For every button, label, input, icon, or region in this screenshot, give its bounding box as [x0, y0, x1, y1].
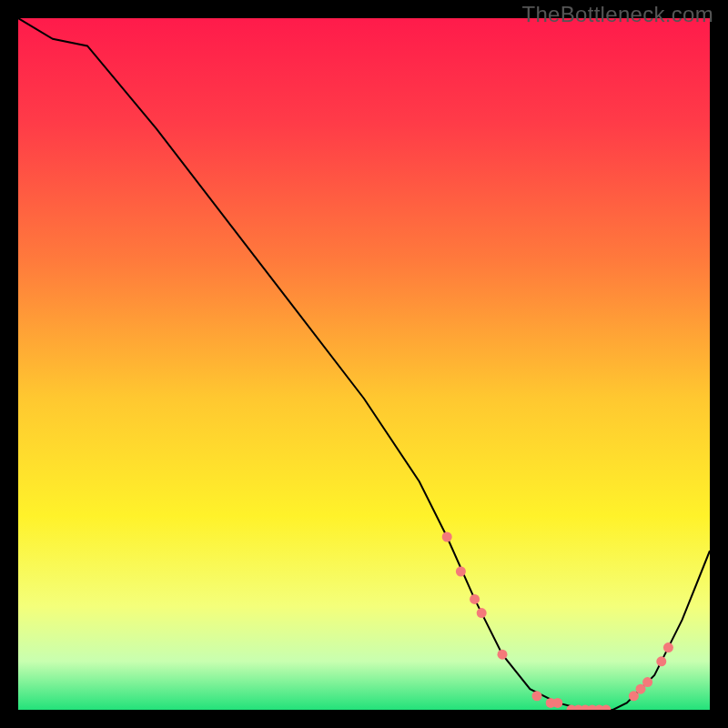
data-point — [656, 656, 666, 666]
data-point — [663, 642, 673, 652]
data-point — [642, 677, 652, 687]
watermark-text: TheBottleneck.com — [521, 2, 713, 27]
chart-stage: TheBottleneck.com — [0, 0, 728, 728]
data-point — [477, 608, 487, 618]
data-point — [532, 691, 542, 701]
data-point — [552, 698, 562, 708]
chart-background — [18, 18, 710, 710]
data-point — [498, 650, 508, 660]
data-point — [442, 532, 452, 542]
bottleneck-chart — [18, 18, 710, 710]
data-point — [470, 594, 480, 604]
data-point — [456, 567, 466, 577]
